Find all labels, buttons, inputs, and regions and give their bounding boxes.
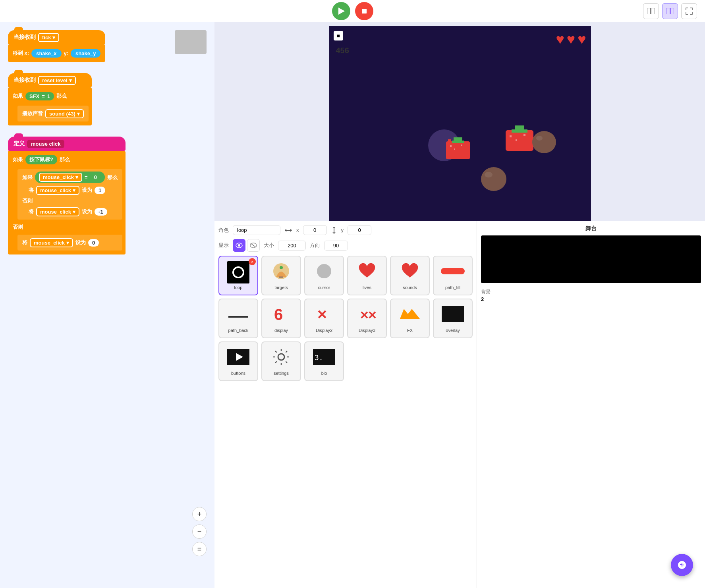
sprite-card-Display3[interactable]: ✕✕Display3 xyxy=(347,299,387,338)
cond-val-0: 0 xyxy=(90,174,101,181)
sprite-icon-settings xyxy=(270,347,292,369)
heart-2: ♥ xyxy=(567,31,575,48)
svg-marker-39 xyxy=(400,309,420,319)
sprite-name-label-settings: settings xyxy=(274,371,289,376)
sprite-card-path_fill[interactable]: path_fill xyxy=(433,256,473,295)
strawberry-1 xyxy=(444,133,472,161)
stage-thumbnail[interactable] xyxy=(481,235,701,283)
add-sprite-fab[interactable] xyxy=(671,554,693,576)
set2-var[interactable]: mouse_click ▾ xyxy=(36,207,79,216)
sprite-card-settings[interactable]: settings xyxy=(261,341,301,381)
sprite-card-path_back[interactable]: path_back xyxy=(218,299,258,338)
set1-var[interactable]: mouse_click ▾ xyxy=(36,186,79,195)
svg-point-21 xyxy=(481,167,506,191)
svg-rect-40 xyxy=(442,306,464,322)
sprite-card-overlay[interactable]: overlay xyxy=(433,299,473,338)
set-3-row-wrapper: 将 mouse_click ▾ 设为 0 xyxy=(17,235,122,251)
sprite-delete-loop[interactable]: × xyxy=(249,258,256,265)
hat-dropdown-2[interactable]: reset level ▾ xyxy=(38,76,76,85)
shake-x-pill[interactable]: shake_x xyxy=(31,49,61,58)
dir-label: 方向 xyxy=(310,242,320,249)
svg-rect-10 xyxy=(450,145,452,147)
svg-line-27 xyxy=(251,243,256,247)
sprite-name-label-cursor: cursor xyxy=(318,285,330,290)
sprite-name-label-lives: lives xyxy=(363,285,371,290)
sprite-card-Display2[interactable]: ✕Display2 xyxy=(304,299,344,338)
sound-dropdown[interactable]: sound (43) ▾ xyxy=(45,109,84,118)
mouse-click-dropdown-cond[interactable]: mouse_click ▾ xyxy=(39,173,82,182)
mouse-click-condition: mouse_click ▾ = 0 xyxy=(35,172,105,183)
sprite-card-sounds[interactable]: sounds xyxy=(390,256,430,295)
svg-rect-7 xyxy=(448,139,451,143)
set3-var[interactable]: mouse_click ▾ xyxy=(30,238,73,247)
svg-point-32 xyxy=(317,264,331,278)
sprite-name-label-overlay: overlay xyxy=(446,328,460,333)
define-block[interactable]: 定义 mouse click xyxy=(8,137,126,151)
green-flag-button[interactable] xyxy=(332,2,350,20)
sprites-grid: loop×targetscursorlivessoundspath_fillpa… xyxy=(218,256,473,381)
svg-point-26 xyxy=(238,244,240,247)
sprite-header-2: 显示 大小 方向 xyxy=(218,239,473,252)
zoom-out-button[interactable]: − xyxy=(192,524,207,539)
zoom-controls: + − = xyxy=(192,507,207,556)
svg-text:6: 6 xyxy=(274,306,283,323)
layout-buttons xyxy=(643,3,697,19)
layout-btn-1[interactable] xyxy=(643,3,659,19)
y-label: y xyxy=(341,227,344,233)
svg-text:3.: 3. xyxy=(315,353,323,362)
main-area: 当接收到 tick ▾ 移到 x: shake_x y: shake_y xyxy=(0,22,705,588)
sprite-icon-buttons xyxy=(227,347,249,369)
bg-info: 背景 2 xyxy=(481,288,701,303)
zoom-reset-button[interactable]: = xyxy=(192,542,207,556)
sfx-condition: SFX = 1 xyxy=(25,92,54,100)
show-hidden-btn[interactable] xyxy=(247,239,260,252)
sprite-card-lives[interactable]: lives xyxy=(347,256,387,295)
layout-btn-2[interactable] xyxy=(662,3,678,19)
fullscreen-button[interactable] xyxy=(681,3,697,19)
shake-y-pill[interactable]: shake_y xyxy=(71,49,100,58)
set3-val: 0 xyxy=(88,239,99,247)
stage-title: 舞台 xyxy=(481,225,701,232)
show-label: 显示 xyxy=(218,242,229,249)
sprite-icon-path_fill xyxy=(442,261,464,283)
sprite-card-loop[interactable]: loop× xyxy=(218,256,258,295)
size-input[interactable] xyxy=(278,241,306,251)
score-display: 456 xyxy=(336,46,349,55)
show-visible-btn[interactable] xyxy=(233,239,245,252)
sprite-icon-display: 6 xyxy=(270,304,292,326)
svg-rect-34 xyxy=(228,316,248,318)
y-coord-input[interactable] xyxy=(348,225,371,235)
svg-rect-18 xyxy=(523,134,525,136)
zoom-in-button[interactable]: + xyxy=(192,507,207,521)
sprite-card-cursor[interactable]: cursor xyxy=(304,256,344,295)
svg-rect-1 xyxy=(362,9,367,13)
svg-rect-12 xyxy=(461,145,462,146)
define-name-pill: mouse click xyxy=(27,140,64,148)
move-block[interactable]: 移到 x: shake_x y: shake_y xyxy=(8,44,105,62)
x-coord-input[interactable] xyxy=(303,225,327,235)
hat-block-2[interactable]: 当接收到 reset level ▾ xyxy=(8,73,92,87)
sprite-icon-loop xyxy=(227,261,249,283)
sprite-card-FX[interactable]: FX xyxy=(390,299,430,338)
sprite-card-display[interactable]: 6display xyxy=(261,299,301,338)
else-2-label: 否则 xyxy=(11,223,122,231)
sprite-card-buttons[interactable]: buttons xyxy=(218,341,258,381)
sprites-panel: 角色 x y 显示 xyxy=(214,221,477,588)
svg-point-30 xyxy=(280,266,283,269)
svg-point-20 xyxy=(536,136,543,141)
svg-rect-15 xyxy=(512,129,527,133)
hat-dropdown-1[interactable]: tick ▾ xyxy=(38,33,59,42)
code-panel: 当接收到 tick ▾ 移到 x: shake_x y: shake_y xyxy=(0,22,214,588)
y-arrows-icon xyxy=(331,226,337,234)
sprite-card-targets[interactable]: targets xyxy=(261,256,301,295)
sprite-card-blo[interactable]: 3.blo xyxy=(304,341,344,381)
sprite-name-label-targets: targets xyxy=(274,285,288,290)
mouse-click-stack: 如果 按下鼠标? 那么 如果 mouse_click xyxy=(8,151,126,254)
set1-val: 1 xyxy=(95,187,105,194)
dir-input[interactable] xyxy=(324,241,348,251)
stop-button[interactable] xyxy=(355,2,373,20)
sprite-name-input[interactable] xyxy=(233,225,280,235)
sprite-icon-overlay xyxy=(442,304,464,326)
role-label: 角色 xyxy=(218,227,229,234)
hat-block-1[interactable]: 当接收到 tick ▾ xyxy=(8,30,105,44)
